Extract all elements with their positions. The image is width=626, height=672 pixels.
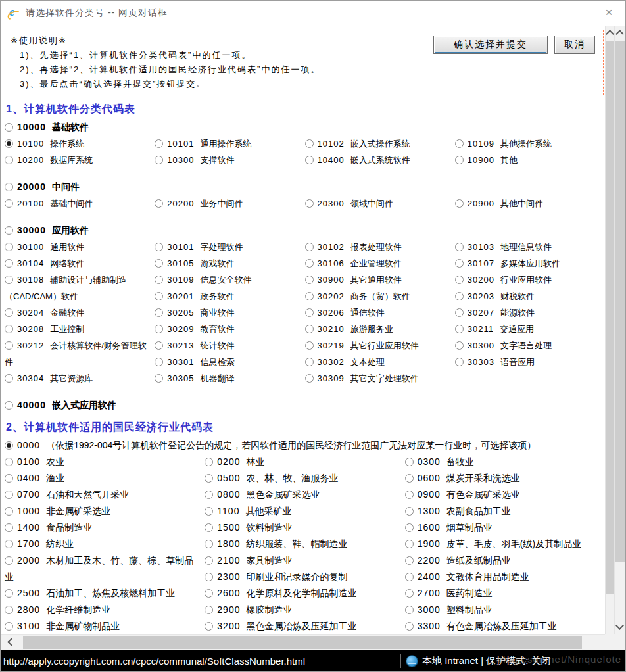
radio-option-group-header[interactable]: 20000中间件 bbox=[5, 179, 605, 195]
radio-icon[interactable] bbox=[305, 374, 314, 383]
radio-option[interactable]: 1500饮料制造业 bbox=[205, 519, 399, 536]
radio-option[interactable]: 30206通信软件 bbox=[305, 304, 450, 321]
radio-icon[interactable] bbox=[5, 474, 13, 483]
radio-option[interactable]: 10200数据库系统 bbox=[5, 152, 149, 168]
radio-icon[interactable] bbox=[205, 622, 213, 631]
close-icon[interactable]: × bbox=[602, 6, 616, 20]
scroll-left-icon[interactable] bbox=[9, 639, 14, 645]
radio-icon[interactable] bbox=[5, 491, 13, 499]
radio-icon[interactable] bbox=[405, 474, 414, 483]
radio-icon[interactable] bbox=[205, 491, 213, 499]
radio-option[interactable]: 30201政务软件 bbox=[155, 288, 299, 304]
radio-option[interactable]: 1100其他采矿业 bbox=[205, 503, 399, 519]
radio-icon[interactable] bbox=[155, 374, 163, 383]
radio-option[interactable]: 30104网络软件 bbox=[5, 255, 149, 272]
radio-option[interactable]: 2900橡胶制造业 bbox=[205, 602, 399, 618]
radio-option[interactable]: 10300支撑软件 bbox=[155, 152, 299, 168]
radio-option[interactable]: 30211交通应用 bbox=[455, 321, 600, 337]
radio-option[interactable]: 30100通用软件 bbox=[5, 239, 149, 255]
radio-icon[interactable] bbox=[455, 199, 464, 208]
radio-icon[interactable] bbox=[5, 374, 13, 383]
radio-option[interactable]: 30207能源软件 bbox=[455, 304, 600, 321]
radio-icon[interactable] bbox=[205, 589, 213, 598]
inner-vertical-scrollbar[interactable] bbox=[605, 26, 614, 634]
radio-option[interactable]: 2700医药制造业 bbox=[405, 585, 600, 602]
radio-option[interactable]: 30302文本处理 bbox=[305, 354, 450, 370]
radio-icon[interactable] bbox=[5, 226, 13, 235]
radio-icon[interactable] bbox=[305, 325, 314, 333]
radio-option[interactable]: 1900皮革、毛皮、羽毛(绒)及其制品业 bbox=[405, 536, 600, 552]
radio-icon[interactable] bbox=[5, 540, 13, 548]
radio-icon[interactable] bbox=[155, 156, 163, 164]
radio-icon[interactable] bbox=[5, 199, 13, 208]
radio-option[interactable]: 0700石油和天然气开采业 bbox=[5, 487, 199, 503]
radio-option[interactable]: 10109其他操作系统 bbox=[455, 135, 600, 152]
radio-option[interactable]: 30108辅助设计与辅助制造（CAD/CAM）软件 bbox=[5, 272, 149, 304]
radio-icon[interactable] bbox=[5, 341, 13, 350]
radio-icon[interactable] bbox=[155, 358, 163, 366]
radio-option[interactable]: 30105游戏软件 bbox=[155, 255, 299, 272]
radio-icon[interactable] bbox=[405, 458, 414, 466]
radio-icon[interactable] bbox=[5, 441, 13, 450]
radio-icon[interactable] bbox=[205, 507, 213, 516]
radio-icon[interactable] bbox=[305, 156, 314, 164]
radio-icon[interactable] bbox=[305, 243, 314, 251]
radio-option[interactable]: 30200行业应用软件 bbox=[455, 272, 600, 288]
radio-option[interactable]: 2800化学纤维制造业 bbox=[5, 602, 199, 618]
radio-option[interactable]: 3200黑色金属冶炼及压延加工业 bbox=[205, 618, 399, 634]
radio-option[interactable]: 30210旅游服务业 bbox=[305, 321, 450, 337]
radio-icon[interactable] bbox=[5, 401, 13, 410]
scrollbar-thumb[interactable] bbox=[615, 41, 625, 562]
radio-option[interactable]: 0100农业 bbox=[5, 454, 199, 470]
radio-icon[interactable] bbox=[305, 308, 314, 317]
radio-option[interactable]: 30203财税软件 bbox=[455, 288, 600, 304]
radio-option[interactable]: 30309其它文字处理软件 bbox=[305, 370, 450, 387]
radio-option-group-header[interactable]: 40000嵌入式应用软件 bbox=[5, 397, 605, 414]
radio-icon[interactable] bbox=[155, 276, 163, 284]
radio-option[interactable]: 30212会计核算软件/财务管理软件 bbox=[5, 337, 149, 370]
radio-icon[interactable] bbox=[5, 156, 13, 164]
radio-option[interactable]: 0300畜牧业 bbox=[405, 454, 600, 470]
radio-icon[interactable] bbox=[205, 606, 213, 614]
radio-option[interactable]: 30305机器翻译 bbox=[155, 370, 299, 387]
radio-option[interactable]: 1600烟草制品业 bbox=[405, 519, 600, 536]
radio-icon[interactable] bbox=[405, 556, 414, 565]
radio-option[interactable]: 1800纺织服装、鞋、帽制造业 bbox=[205, 536, 399, 552]
radio-option[interactable]: 30204金融软件 bbox=[5, 304, 149, 321]
radio-icon[interactable] bbox=[455, 156, 464, 164]
radio-icon[interactable] bbox=[405, 491, 414, 499]
radio-icon[interactable] bbox=[305, 276, 314, 284]
radio-icon[interactable] bbox=[5, 523, 13, 532]
radio-icon[interactable] bbox=[205, 474, 213, 483]
radio-option[interactable]: 30202商务（贸）软件 bbox=[305, 288, 450, 304]
radio-option[interactable]: 2100家具制造业 bbox=[205, 552, 399, 569]
radio-option[interactable]: 30301信息检索 bbox=[155, 354, 299, 370]
radio-icon[interactable] bbox=[155, 259, 163, 268]
radio-icon[interactable] bbox=[5, 325, 13, 333]
radio-option[interactable]: 0500农、林、牧、渔服务业 bbox=[205, 470, 399, 487]
radio-icon[interactable] bbox=[155, 199, 163, 208]
radio-option[interactable]: 30304其它资源库 bbox=[5, 370, 149, 387]
radio-icon[interactable] bbox=[5, 507, 13, 516]
radio-icon[interactable] bbox=[5, 243, 13, 251]
radio-option[interactable]: 30300文字语言处理 bbox=[455, 337, 600, 354]
radio-option[interactable]: 10100操作系统 bbox=[5, 135, 149, 152]
radio-icon[interactable] bbox=[405, 622, 414, 631]
radio-option[interactable]: 10102嵌入式操作系统 bbox=[305, 135, 450, 152]
radio-icon[interactable] bbox=[5, 276, 13, 284]
radio-option[interactable]: 0800黑色金属矿采选业 bbox=[205, 487, 399, 503]
radio-icon[interactable] bbox=[305, 358, 314, 366]
radio-option[interactable]: 0600煤炭开采和洗选业 bbox=[405, 470, 600, 487]
radio-option[interactable]: 30102报表处理软件 bbox=[305, 239, 450, 255]
confirm-submit-button[interactable]: 确认选择并提交 bbox=[433, 36, 548, 54]
scroll-up-icon[interactable] bbox=[617, 31, 623, 37]
radio-icon[interactable] bbox=[305, 341, 314, 350]
radio-option[interactable]: 2400文教体育用品制造业 bbox=[405, 569, 600, 585]
radio-option[interactable]: 2600化学原料及化学制品制造业 bbox=[205, 585, 399, 602]
radio-option[interactable]: 1300农副食品加工业 bbox=[405, 503, 600, 519]
radio-icon[interactable] bbox=[205, 540, 213, 548]
radio-option[interactable]: 2300印刷业和记录媒介的复制 bbox=[205, 569, 399, 585]
radio-icon[interactable] bbox=[305, 259, 314, 268]
radio-icon[interactable] bbox=[405, 540, 414, 548]
radio-option[interactable]: 30219其它行业应用软件 bbox=[305, 337, 450, 354]
